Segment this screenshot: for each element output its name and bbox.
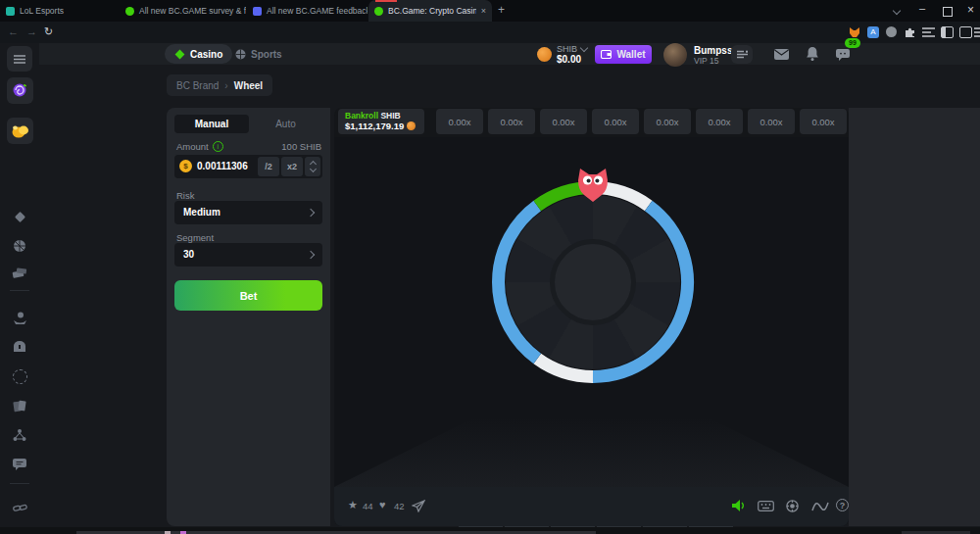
fox-extension-icon[interactable]	[849, 26, 860, 38]
feedback-favicon	[253, 7, 262, 16]
window-restore-button[interactable]	[943, 7, 953, 17]
result-button[interactable]: 0.00x	[800, 109, 847, 134]
window-close-button[interactable]: ×	[967, 3, 974, 17]
sidebar-item-sports[interactable]	[11, 237, 28, 255]
dice-diamond-icon	[14, 211, 26, 223]
browser-menu-icon[interactable]	[974, 27, 980, 37]
wheel-ring	[490, 179, 696, 385]
tab-alert-strip	[375, 0, 397, 2]
tab-manual[interactable]: Manual	[174, 115, 249, 133]
basketball-icon	[13, 239, 26, 253]
bet-button[interactable]: Bet	[174, 280, 322, 311]
page-background-strip	[849, 108, 980, 526]
lol-esports-favicon	[6, 7, 15, 16]
sidebar-item-bonus[interactable]	[7, 77, 33, 104]
sidebar-item-vip-chest[interactable]	[11, 338, 28, 356]
bankroll-value: $1,112,179.19	[345, 121, 404, 131]
breadcrumb-brand[interactable]: BC Brand	[176, 80, 219, 91]
window-chevron-icon[interactable]	[893, 7, 901, 15]
hamburger-icon	[14, 55, 25, 64]
heart-icon[interactable]: ♥	[379, 499, 386, 510]
amount-stepper[interactable]	[305, 157, 320, 176]
browser-tab-lol-esports[interactable]: LoL Esports	[0, 0, 119, 22]
result-button[interactable]: 0.00x	[436, 109, 483, 134]
dashed-circle-icon	[13, 369, 27, 384]
info-icon[interactable]: i	[213, 141, 223, 152]
risk-select[interactable]: Medium	[174, 201, 322, 224]
back-icon[interactable]: ←	[8, 25, 19, 37]
browser-tab-feedback[interactable]: All new BC.GAME feedback	[247, 0, 368, 22]
extension-icon[interactable]	[886, 26, 897, 37]
browser-tab-survey[interactable]: All new BC.GAME survey & feedback	[120, 0, 246, 22]
sidebar-item-casino[interactable]	[11, 208, 28, 225]
tab-group-icon[interactable]	[959, 26, 972, 38]
sidebar-item-forum[interactable]	[11, 456, 28, 473]
tab-title: BC.Game: Crypto Casino Games &	[388, 6, 476, 16]
result-button[interactable]: 0.00x	[540, 109, 587, 134]
close-tab-icon[interactable]: ×	[481, 6, 486, 16]
wheel-arc-blue-right	[593, 206, 687, 377]
result-button[interactable]: 0.00x	[696, 109, 743, 134]
risk-label: Risk	[176, 190, 194, 201]
sidebar-item-cards[interactable]	[11, 397, 28, 414]
owl-pointer-icon	[576, 168, 610, 203]
puzzle-extensions-icon[interactable]	[904, 25, 916, 38]
fairness-chip-icon[interactable]	[786, 500, 799, 512]
mail-icon[interactable]	[774, 49, 789, 60]
amount-label: Amount	[176, 141, 209, 152]
share-plane-icon[interactable]	[412, 500, 425, 512]
nav-sports[interactable]: Sports	[225, 44, 292, 64]
sound-icon[interactable]	[731, 499, 746, 512]
chevron-down-icon	[309, 166, 316, 172]
segment-label: Segment	[176, 232, 214, 243]
cards-icon	[13, 400, 26, 413]
sidebar-item-spin[interactable]	[11, 367, 28, 385]
nav-casino[interactable]: Casino	[165, 44, 232, 64]
lollipop-spiral-icon	[12, 82, 28, 99]
amount-input[interactable]: $ 0.00111306 /2 x2	[174, 155, 322, 178]
browser-tab-bar: LoL Esports All new BC.GAME survey & fee…	[0, 0, 980, 22]
window-minimize-button[interactable]: –	[919, 2, 925, 14]
translate-extension-icon[interactable]: A	[867, 26, 879, 38]
browser-toolbar: ← → ↻ bc.game /game/wheel | A	[0, 22, 980, 43]
star-icon[interactable]: ★	[348, 499, 358, 511]
bell-icon[interactable]	[807, 47, 818, 61]
result-button[interactable]: 0.00x	[592, 109, 639, 134]
risk-value: Medium	[183, 207, 220, 218]
user-info[interactable]: Bumpss VIP 15	[694, 45, 732, 66]
wallet-button[interactable]: Wallet	[595, 45, 652, 64]
tab-auto[interactable]: Auto	[249, 115, 322, 133]
forward-icon[interactable]: →	[26, 25, 37, 37]
bet-controls-panel: Manual Auto Amount i 100 SHIB $ 0.001113…	[167, 108, 330, 526]
breadcrumb-separator: ›	[224, 80, 227, 91]
browser-tab-bcgame-active[interactable]: BC.Game: Crypto Casino Games & ×	[368, 0, 492, 22]
result-button[interactable]: 0.00x	[644, 109, 691, 134]
bankroll-currency: SHIB	[380, 111, 400, 121]
user-avatar[interactable]	[663, 43, 687, 67]
sidebar-item-rewards[interactable]	[11, 309, 28, 326]
double-bet-button[interactable]: x2	[281, 157, 303, 176]
hotkeys-icon[interactable]	[758, 501, 774, 511]
sidebar-item-lottery[interactable]	[11, 265, 28, 282]
side-panel-icon[interactable]	[941, 26, 954, 38]
currency-selector[interactable]: SHIB $0.00	[537, 44, 587, 64]
hamburger-menu-button[interactable]	[7, 46, 32, 72]
live-stats-wave-icon[interactable]	[811, 502, 829, 511]
result-button[interactable]: 0.00x	[748, 109, 795, 134]
reload-icon[interactable]: ↻	[44, 25, 53, 38]
chat-icon[interactable]	[836, 49, 850, 61]
shib-coin-icon	[407, 121, 416, 130]
segment-select[interactable]: 30	[174, 243, 322, 267]
quests-button[interactable]	[731, 45, 753, 64]
help-icon[interactable]: ?	[836, 499, 849, 511]
coin-icon: $	[179, 160, 192, 172]
sidebar-item-link[interactable]	[11, 499, 28, 516]
sidebar-item-coins[interactable]	[7, 118, 33, 144]
result-button[interactable]: 0.00x	[488, 109, 535, 134]
wallet-icon	[601, 50, 612, 59]
new-tab-button[interactable]: +	[498, 3, 505, 17]
sidebar-item-affiliate[interactable]	[11, 426, 28, 444]
tickets-icon	[12, 267, 27, 279]
reading-list-icon[interactable]	[922, 27, 935, 37]
half-bet-button[interactable]: /2	[258, 157, 279, 176]
